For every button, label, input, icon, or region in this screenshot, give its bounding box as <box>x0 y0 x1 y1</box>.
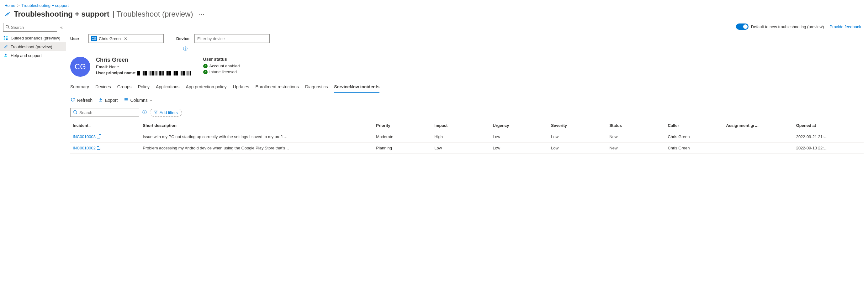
user-filter-input[interactable]: CG Chris Green ✕ <box>88 34 164 43</box>
col-assignment[interactable]: Assignment gr… <box>723 120 794 131</box>
tab-devices[interactable]: Devices <box>95 82 111 93</box>
cell-status: New <box>607 131 665 143</box>
page-title-main: Troubleshooting + support <box>14 10 110 19</box>
page-title-sub: | Troubleshoot (preview) <box>113 10 193 19</box>
provide-feedback-link[interactable]: Provide feedback <box>830 25 861 29</box>
user-chip-label: Chris Green <box>99 36 121 41</box>
cell-impact: Low <box>432 143 490 154</box>
svg-rect-5 <box>6 39 7 40</box>
external-link-icon <box>97 135 100 139</box>
table-search-input[interactable] <box>79 110 136 115</box>
col-opened[interactable]: Opened at <box>794 120 864 131</box>
sidebar: « Guided scenarios (preview) Troubleshoo… <box>0 22 66 160</box>
search-icon <box>73 110 78 115</box>
cell-severity: Low <box>549 143 607 154</box>
export-icon <box>98 97 103 103</box>
svg-point-0 <box>6 25 9 28</box>
cell-status: New <box>607 143 665 154</box>
export-button[interactable]: Export <box>98 97 118 103</box>
user-filter-label: User <box>70 36 84 41</box>
wrench-icon <box>4 11 11 17</box>
cell-caller: Chris Green <box>665 131 723 143</box>
svg-point-6 <box>5 54 6 56</box>
check-icon: ✓ <box>203 64 208 68</box>
user-avatar: CG <box>70 57 90 77</box>
collapse-sidebar-button[interactable]: « <box>59 24 64 30</box>
nav-label: Troubleshoot (preview) <box>11 44 52 49</box>
cell-severity: Low <box>549 131 607 143</box>
cell-assignment <box>723 143 794 154</box>
cell-priority: Moderate <box>373 131 432 143</box>
col-urgency[interactable]: Urgency <box>490 120 549 131</box>
cell-urgency: Low <box>490 143 549 154</box>
incident-link[interactable]: INC0010003 <box>73 134 96 139</box>
incident-link[interactable]: INC0010002 <box>73 146 96 150</box>
breadcrumb: Home > Troubleshooting + support <box>0 0 868 9</box>
user-chip-remove[interactable]: ✕ <box>123 36 129 41</box>
col-status[interactable]: Status <box>607 120 665 131</box>
breadcrumb-home[interactable]: Home <box>4 3 16 8</box>
tab-servicenow-incidents[interactable]: ServiceNow incidents <box>334 82 379 93</box>
col-impact[interactable]: Impact <box>432 120 490 131</box>
col-short-description[interactable]: Short description <box>140 120 373 131</box>
svg-line-1 <box>8 28 10 29</box>
search-info-icon[interactable]: ⓘ <box>143 110 147 115</box>
tabs: SummaryDevicesGroupsPolicyApplicationsAp… <box>70 82 864 93</box>
table-search[interactable] <box>70 108 139 117</box>
toolbar: Refresh Export Columns ⌄ <box>70 93 864 107</box>
toggle-label: Default to new troubleshooting (preview) <box>751 25 824 29</box>
device-filter-input-wrap[interactable] <box>194 34 270 43</box>
filter-row: User CG Chris Green ✕ Device <box>70 34 864 45</box>
nav-help-support[interactable]: Help and support <box>0 51 66 60</box>
sidebar-search[interactable] <box>3 23 57 32</box>
col-incident[interactable]: Incident↓ <box>70 120 140 131</box>
default-troubleshooting-toggle[interactable] <box>736 24 748 30</box>
tab-policy[interactable]: Policy <box>138 82 150 93</box>
troubleshoot-icon <box>3 44 8 49</box>
nav-guided-scenarios[interactable]: Guided scenarios (preview) <box>0 34 66 42</box>
table-row: INC0010002Problem accessing my Android d… <box>70 143 864 154</box>
cell-urgency: Low <box>490 131 549 143</box>
cell-caller: Chris Green <box>665 143 723 154</box>
nav-label: Guided scenarios (preview) <box>11 36 60 40</box>
tab-summary[interactable]: Summary <box>70 82 89 93</box>
columns-button[interactable]: Columns ⌄ <box>124 97 152 103</box>
guided-scenarios-icon <box>3 35 8 40</box>
refresh-button[interactable]: Refresh <box>70 97 93 103</box>
svg-rect-2 <box>4 36 5 37</box>
tab-applications[interactable]: Applications <box>156 82 180 93</box>
tab-app-protection-policy[interactable]: App protection policy <box>186 82 226 93</box>
search-icon <box>5 25 10 30</box>
tab-updates[interactable]: Updates <box>233 82 249 93</box>
tab-diagnostics[interactable]: Diagnostics <box>305 82 328 93</box>
add-filters-button[interactable]: Add filters <box>150 109 182 116</box>
tab-groups[interactable]: Groups <box>117 82 132 93</box>
svg-point-10 <box>74 110 76 113</box>
columns-icon <box>124 97 129 103</box>
cell-desc: Issue with my PC not starting up correct… <box>140 131 373 143</box>
col-severity[interactable]: Severity <box>549 120 607 131</box>
user-chip-avatar: CG <box>91 36 97 41</box>
more-menu-button[interactable]: ⋯ <box>196 11 205 17</box>
svg-line-11 <box>76 113 78 114</box>
col-priority[interactable]: Priority <box>373 120 432 131</box>
cell-opened: 2022-09-21 21:… <box>794 131 864 143</box>
nav-troubleshoot[interactable]: Troubleshoot (preview) <box>0 42 66 51</box>
info-icon[interactable]: ⓘ <box>183 46 188 51</box>
sidebar-search-input[interactable] <box>11 25 55 30</box>
user-name: Chris Green <box>96 57 191 63</box>
filter-icon <box>154 110 158 115</box>
nav-label: Help and support <box>11 53 42 58</box>
cell-priority: Planning <box>373 143 432 154</box>
table-row: INC0010003Issue with my PC not starting … <box>70 131 864 143</box>
upn-label: User principal name <box>96 70 135 75</box>
breadcrumb-separator: > <box>17 3 20 8</box>
col-caller[interactable]: Caller <box>665 120 723 131</box>
cell-opened: 2022-09-13 22:… <box>794 143 864 154</box>
refresh-icon <box>70 97 75 103</box>
email-value: None <box>109 65 119 69</box>
tab-enrollment-restrictions[interactable]: Enrollment restrictions <box>255 82 299 93</box>
breadcrumb-current[interactable]: Troubleshooting + support <box>21 3 69 8</box>
device-filter-input[interactable] <box>197 36 267 41</box>
incidents-table: Incident↓ Short description Priority Imp… <box>70 120 864 154</box>
